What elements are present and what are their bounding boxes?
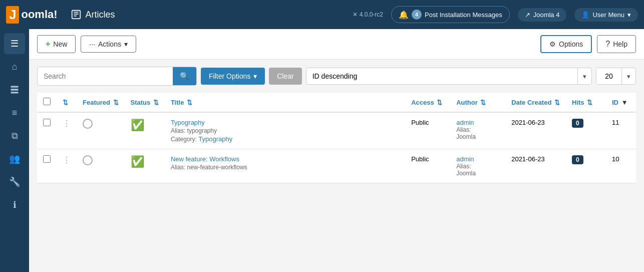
search-input[interactable] <box>38 68 173 84</box>
col-header-access[interactable]: Access ⇅ <box>405 93 450 112</box>
joomla4-button[interactable]: ↗ Joomla 4 <box>518 8 567 22</box>
col-header-featured[interactable]: Featured ⇅ <box>77 93 125 112</box>
col-header-id[interactable]: ID ▼ <box>606 93 636 112</box>
search-icon: 🔍 <box>180 72 189 80</box>
sidebar-item-extensions[interactable]: ⧉ <box>4 125 25 146</box>
svg-rect-4 <box>11 86 19 88</box>
notification-button[interactable]: 🔔 4 Post Installation Messages <box>391 6 510 23</box>
user-menu-button[interactable]: 👤 User Menu ▾ <box>574 8 638 22</box>
table-row: ⋮ ✅ Typography Alias: typography Categor… <box>37 112 636 149</box>
drag-handle-icon[interactable]: ⋮ <box>63 156 71 164</box>
select-all-checkbox[interactable] <box>43 98 51 105</box>
search-button[interactable]: 🔍 <box>173 67 196 85</box>
sidebar-item-toggle[interactable]: ☰ <box>4 33 25 54</box>
filter-options-button[interactable]: Filter Options ▾ <box>201 68 265 85</box>
options-button[interactable]: ⚙ Options <box>540 35 592 53</box>
clear-label: Clear <box>277 72 293 80</box>
row2-title: New feature: Workflows Alias: new-featur… <box>165 149 405 183</box>
sort-arrow-button[interactable]: ▾ <box>577 69 591 84</box>
sidebar-item-users[interactable]: 👥 <box>4 148 25 169</box>
title-sort-icon: ⇅ <box>187 99 192 106</box>
gear-icon: ⚙ <box>549 40 556 48</box>
notification-count: 4 <box>412 10 422 20</box>
version-badge: ✕ 4.0.0-rc2 <box>353 11 383 18</box>
category-link[interactable]: Typography <box>198 135 232 143</box>
chevron-down-icon: ▾ <box>253 72 257 80</box>
datecreated-sort-icon: ⇅ <box>554 99 560 106</box>
logo: J oomla! <box>6 6 58 24</box>
sidebar-item-menus[interactable]: ≡ <box>4 102 25 123</box>
row2-author: admin Alias:Joomla <box>450 149 505 183</box>
help-label: Help <box>613 40 627 48</box>
drag-handle-icon[interactable]: ⋮ <box>63 119 71 128</box>
hits-sort-icon: ⇅ <box>587 99 592 106</box>
page-size-input[interactable] <box>596 68 621 84</box>
status-sort-icon: ⇅ <box>153 99 159 106</box>
col-header-date-created[interactable]: Date Created ⇅ <box>505 93 566 112</box>
post-install-label: Post Installation Messages <box>425 11 502 19</box>
col-header-author[interactable]: Author ⇅ <box>450 93 505 112</box>
row1-check <box>37 112 57 149</box>
col-header-hits[interactable]: Hits ⇅ <box>566 93 606 112</box>
row2-date-created: 2021-06-23 <box>505 149 566 183</box>
featured-radio[interactable] <box>83 119 93 129</box>
toolbar: + New ··· Actions ▾ ⚙ Options ? Help <box>29 29 644 60</box>
articles-icon <box>71 9 82 20</box>
filter-label: Filter Options <box>209 72 250 80</box>
hits-badge: 0 <box>572 155 583 164</box>
top-navbar: J oomla! Articles ✕ 4.0.0-rc2 🔔 4 Post I… <box>0 0 644 29</box>
articles-table: ⇅ Featured ⇅ Status ⇅ Title ⇅ <box>37 93 636 183</box>
row1-checkbox[interactable] <box>43 119 51 126</box>
article-link[interactable]: Typography <box>171 119 205 126</box>
status-published-icon: ✅ <box>131 155 144 168</box>
featured-radio[interactable] <box>83 155 93 165</box>
layout: ☰ ⌂ ≡ ⧉ 👥 🔧 ℹ + New ··· Actions ▾ <box>0 29 644 272</box>
actions-button[interactable]: ··· Actions ▾ <box>81 36 136 53</box>
chevron-down-icon: ▾ <box>124 40 128 48</box>
logo-text: oomla! <box>21 8 57 21</box>
row1-alias: Alias: typography <box>171 127 399 134</box>
row2-check <box>37 149 57 183</box>
author-link[interactable]: admin <box>456 119 474 126</box>
row2-alias: Alias: new-feature-workflows <box>171 164 399 171</box>
row1-date-created: 2021-06-23 <box>505 112 566 149</box>
col-header-status[interactable]: Status ⇅ <box>125 93 165 112</box>
page-size-wrap: ▾ <box>596 68 636 85</box>
row1-title: Typography Alias: typography Category: T… <box>165 112 405 149</box>
bell-icon: 🔔 <box>399 10 409 20</box>
row1-status: ✅ <box>125 112 165 149</box>
page-title: Articles <box>71 9 115 20</box>
clear-button[interactable]: Clear <box>269 68 301 85</box>
author-link[interactable]: admin <box>456 155 474 163</box>
col-header-title[interactable]: Title ⇅ <box>165 93 405 112</box>
row2-checkbox[interactable] <box>43 155 51 163</box>
article-link[interactable]: New feature: Workflows <box>171 155 239 163</box>
sidebar: ☰ ⌂ ≡ ⧉ 👥 🔧 ℹ <box>0 29 29 272</box>
new-label: New <box>53 40 67 48</box>
row2-author-alias: Alias:Joomla <box>456 163 499 177</box>
question-icon: ? <box>605 40 610 49</box>
row2-featured <box>77 149 125 183</box>
chevron-down-icon: ▾ <box>627 11 631 19</box>
svg-rect-6 <box>11 92 19 93</box>
sort-select[interactable]: ID descending <box>306 68 577 84</box>
sidebar-item-home[interactable]: ⌂ <box>4 56 25 77</box>
main-content: + New ··· Actions ▾ ⚙ Options ? Help <box>29 29 644 272</box>
sort-select-wrap: ID descending ▾ <box>306 68 592 85</box>
search-input-wrap: 🔍 <box>37 67 197 86</box>
help-button[interactable]: ? Help <box>597 35 636 53</box>
row1-access: Public <box>405 112 450 149</box>
plus-icon: + <box>46 40 50 49</box>
row1-author: admin Alias:Joomla <box>450 112 505 149</box>
joomla-x-icon: ✕ <box>353 11 358 18</box>
options-label: Options <box>559 40 583 48</box>
sidebar-item-settings[interactable]: 🔧 <box>4 171 25 192</box>
dots-icon: ··· <box>89 40 95 48</box>
row2-id: 10 <box>606 149 636 183</box>
hits-badge: 0 <box>572 119 583 128</box>
page-size-arrow[interactable]: ▾ <box>621 69 635 84</box>
new-button[interactable]: + New <box>37 35 76 53</box>
sidebar-item-info[interactable]: ℹ <box>4 194 25 215</box>
content-icon <box>10 85 20 95</box>
sidebar-item-content[interactable] <box>4 79 25 100</box>
